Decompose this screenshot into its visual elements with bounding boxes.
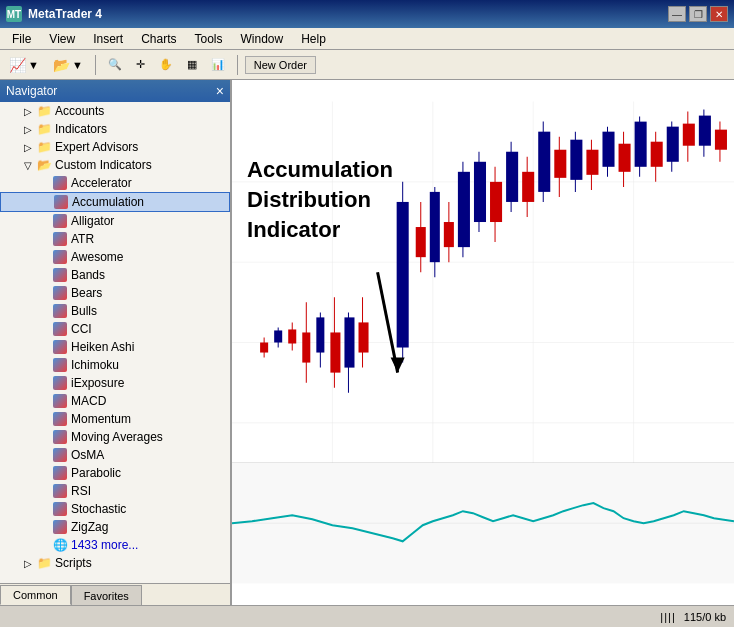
indicator-stochastic-icon bbox=[52, 501, 68, 517]
nav-label-bulls: Bulls bbox=[71, 304, 97, 318]
menu-charts[interactable]: Charts bbox=[133, 30, 184, 48]
nav-item-osma[interactable]: ▷ OsMA bbox=[0, 446, 230, 464]
open-icon: 📂 bbox=[53, 57, 70, 73]
nav-item-alligator[interactable]: ▷ Alligator bbox=[0, 212, 230, 230]
nav-item-macd[interactable]: ▷ MACD bbox=[0, 392, 230, 410]
svg-rect-59 bbox=[651, 142, 663, 167]
nav-item-indicators[interactable]: ▷ 📁 Indicators bbox=[0, 120, 230, 138]
new-order-button[interactable]: New Order bbox=[245, 56, 316, 74]
menu-window[interactable]: Window bbox=[233, 30, 292, 48]
nav-item-momentum[interactable]: ▷ Momentum bbox=[0, 410, 230, 428]
nav-item-iexposure[interactable]: ▷ iExposure bbox=[0, 374, 230, 392]
nav-item-heiken-ashi[interactable]: ▷ Heiken Ashi bbox=[0, 338, 230, 356]
nav-label-accumulation: Accumulation bbox=[72, 195, 144, 209]
indicator-iexposure-icon bbox=[52, 375, 68, 391]
menu-help[interactable]: Help bbox=[293, 30, 334, 48]
nav-item-accumulation[interactable]: ▷ Accumulation bbox=[0, 192, 230, 212]
nav-item-expert-advisors[interactable]: ▷ 📁 Expert Advisors bbox=[0, 138, 230, 156]
nav-item-zigzag[interactable]: ▷ ZigZag bbox=[0, 518, 230, 536]
nav-label-expert-advisors: Expert Advisors bbox=[55, 140, 138, 154]
nav-item-parabolic[interactable]: ▷ Parabolic bbox=[0, 464, 230, 482]
indicator-zigzag-icon bbox=[52, 519, 68, 535]
minimize-button[interactable]: — bbox=[668, 6, 686, 22]
nav-label-rsi: RSI bbox=[71, 484, 91, 498]
folder-scripts-icon: 📁 bbox=[36, 555, 52, 571]
nav-label-atr: ATR bbox=[71, 232, 94, 246]
more-icon: 🌐 bbox=[52, 537, 68, 553]
nav-item-bears[interactable]: ▷ Bears bbox=[0, 284, 230, 302]
folder-accounts-icon: 📁 bbox=[36, 103, 52, 119]
svg-rect-23 bbox=[344, 317, 354, 367]
toolbar-open-arrow: ▼ bbox=[72, 59, 83, 71]
svg-rect-45 bbox=[538, 132, 550, 192]
tab-favorites[interactable]: Favorites bbox=[71, 585, 142, 605]
menu-insert[interactable]: Insert bbox=[85, 30, 131, 48]
close-button[interactable]: ✕ bbox=[710, 6, 728, 22]
toolbar-zoom-out[interactable]: 🔍 bbox=[103, 54, 127, 76]
navigator-close-button[interactable]: × bbox=[216, 83, 224, 99]
indicator-bands-icon bbox=[52, 267, 68, 283]
app-icon: MT bbox=[6, 6, 22, 22]
indicator-accelerator-icon bbox=[52, 175, 68, 191]
grid-icon: ▦ bbox=[187, 58, 197, 71]
svg-rect-47 bbox=[554, 150, 566, 178]
nav-item-custom-indicators[interactable]: ▽ 📂 Custom Indicators bbox=[0, 156, 230, 174]
toolbar-pan[interactable]: ✋ bbox=[154, 54, 178, 76]
svg-rect-41 bbox=[506, 152, 518, 202]
svg-text:Indicator: Indicator bbox=[247, 217, 341, 242]
indicator-rsi-icon bbox=[52, 483, 68, 499]
nav-item-atr[interactable]: ▷ ATR bbox=[0, 230, 230, 248]
nav-item-scripts[interactable]: ▷ 📁 Scripts bbox=[0, 554, 230, 572]
svg-rect-15 bbox=[288, 329, 296, 343]
nav-item-stochastic[interactable]: ▷ Stochastic bbox=[0, 500, 230, 518]
restore-button[interactable]: ❐ bbox=[689, 6, 707, 22]
expand-custom-icon: ▽ bbox=[20, 157, 36, 173]
toolbar-crosshair[interactable]: ✛ bbox=[131, 54, 150, 76]
menu-tools[interactable]: Tools bbox=[187, 30, 231, 48]
nav-item-accelerator[interactable]: ▷ Accelerator bbox=[0, 174, 230, 192]
toolbar-grid[interactable]: ▦ bbox=[182, 54, 202, 76]
nav-label-custom-indicators: Custom Indicators bbox=[55, 158, 152, 172]
nav-item-more[interactable]: ▷ 🌐 1433 more... bbox=[0, 536, 230, 554]
nav-label-indicators: Indicators bbox=[55, 122, 107, 136]
nav-item-cci[interactable]: ▷ CCI bbox=[0, 320, 230, 338]
nav-label-scripts: Scripts bbox=[55, 556, 92, 570]
expand-ea-icon: ▷ bbox=[20, 139, 36, 155]
svg-rect-63 bbox=[683, 124, 695, 146]
status-bar: |||| 115/0 kb bbox=[0, 605, 734, 627]
indicator-macd-icon bbox=[52, 393, 68, 409]
nav-item-accounts[interactable]: ▷ 📁 Accounts bbox=[0, 102, 230, 120]
nav-item-bands[interactable]: ▷ Bands bbox=[0, 266, 230, 284]
bars-indicator: |||| bbox=[660, 611, 675, 623]
chart-area[interactable]: Accumulation Distribution Indicator bbox=[232, 80, 734, 605]
nav-item-moving-averages[interactable]: ▷ Moving Averages bbox=[0, 428, 230, 446]
nav-item-ichimoku[interactable]: ▷ Ichimoku bbox=[0, 356, 230, 374]
svg-rect-33 bbox=[444, 222, 454, 247]
memory-usage: 115/0 kb bbox=[684, 611, 726, 623]
toolbar-chart-type[interactable]: 📊 bbox=[206, 54, 230, 76]
nav-label-cci: CCI bbox=[71, 322, 92, 336]
tab-common[interactable]: Common bbox=[0, 585, 71, 605]
toolbar-open[interactable]: 📂 ▼ bbox=[48, 54, 88, 76]
navigator-title-bar: Navigator × bbox=[0, 80, 230, 102]
crosshair-icon: ✛ bbox=[136, 58, 145, 71]
svg-rect-61 bbox=[667, 127, 679, 162]
menu-file[interactable]: File bbox=[4, 30, 39, 48]
toolbar-sep2 bbox=[237, 55, 238, 75]
expand-scripts-icon: ▷ bbox=[20, 555, 36, 571]
svg-rect-21 bbox=[330, 332, 340, 372]
nav-label-stochastic: Stochastic bbox=[71, 502, 126, 516]
nav-item-rsi[interactable]: ▷ RSI bbox=[0, 482, 230, 500]
svg-rect-27 bbox=[397, 202, 409, 348]
menu-view[interactable]: View bbox=[41, 30, 83, 48]
toolbar-new-chart[interactable]: 📈 ▼ bbox=[4, 54, 44, 76]
chart-background: Accumulation Distribution Indicator bbox=[232, 80, 734, 605]
chart-type-icon: 📊 bbox=[211, 58, 225, 71]
svg-rect-25 bbox=[359, 322, 369, 352]
nav-label-accelerator: Accelerator bbox=[71, 176, 132, 190]
nav-item-awesome[interactable]: ▷ Awesome bbox=[0, 248, 230, 266]
indicator-bulls-icon bbox=[52, 303, 68, 319]
svg-rect-17 bbox=[302, 332, 310, 362]
indicator-accumulation-icon bbox=[53, 194, 69, 210]
nav-item-bulls[interactable]: ▷ Bulls bbox=[0, 302, 230, 320]
